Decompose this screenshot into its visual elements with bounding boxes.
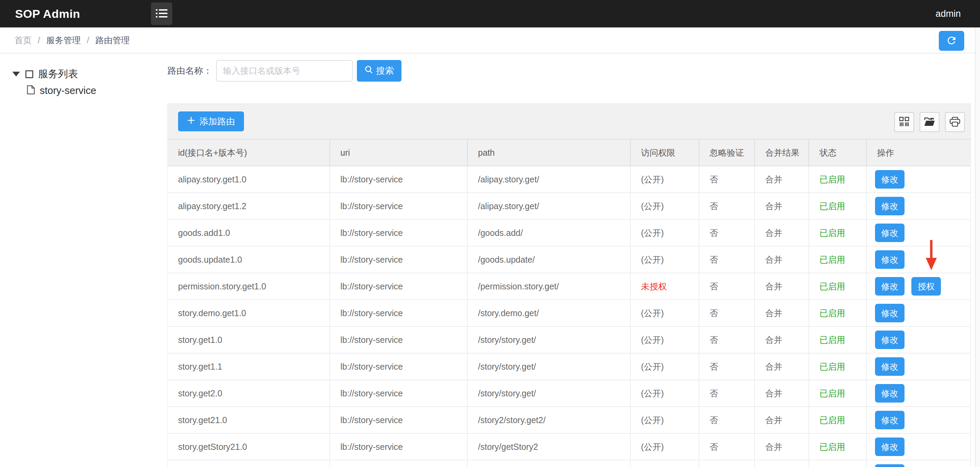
route-search-form: 路由名称： 搜索 bbox=[167, 60, 401, 82]
modify-button[interactable]: 修改 bbox=[875, 330, 905, 349]
cell-merge-result: 合并 bbox=[754, 326, 809, 353]
route-table: id(接口名+版本号) uri path 访问权限 忽略验证 合并结果 状态 操… bbox=[168, 139, 971, 467]
breadcrumb-item-route-mgmt[interactable]: 路由管理 bbox=[95, 35, 130, 46]
search-button[interactable]: 搜索 bbox=[357, 60, 401, 82]
cell-permission: (公开) bbox=[630, 246, 699, 273]
refresh-button[interactable] bbox=[939, 31, 964, 51]
breadcrumb-item-service-mgmt[interactable]: 服务管理 bbox=[46, 35, 81, 46]
print-icon bbox=[950, 117, 961, 128]
route-name-input[interactable] bbox=[216, 60, 353, 82]
cell-path: /alipay.story.get/ bbox=[467, 166, 630, 193]
breadcrumb-bar: 首页 / 服务管理 / 路由管理 bbox=[0, 27, 980, 54]
cell-uri: lb://story-service bbox=[330, 353, 467, 380]
table-row: 修改 bbox=[168, 460, 971, 467]
cell-id: goods.add1.0 bbox=[168, 219, 330, 246]
table-row: permission.story.get1.0lb://story-servic… bbox=[168, 273, 971, 300]
modify-button[interactable]: 修改 bbox=[875, 197, 905, 215]
cell-status: 已启用 bbox=[809, 300, 866, 326]
cell-id: story.get1.0 bbox=[168, 326, 330, 353]
col-header-merge-result: 合并结果 bbox=[754, 139, 809, 166]
cell-path: /story2/story.get2/ bbox=[467, 407, 630, 434]
top-bar: SOP Admin admin bbox=[0, 0, 980, 27]
folder-square-icon bbox=[25, 70, 33, 78]
table-row: story.get21.0lb://story-service/story2/s… bbox=[168, 407, 971, 434]
export-button[interactable] bbox=[920, 112, 940, 132]
cell-ignore-validate: 否 bbox=[699, 300, 754, 326]
table-toolbar: 添加路由 bbox=[168, 104, 970, 139]
cell-uri: lb://story-service bbox=[330, 434, 467, 460]
cell-status: 已启用 bbox=[809, 353, 866, 380]
table-row: story.demo.get1.0lb://story-service/stor… bbox=[168, 300, 971, 326]
cell-uri: lb://story-service bbox=[330, 326, 467, 353]
table-row: alipay.story.get1.0lb://story-service/al… bbox=[168, 166, 971, 193]
annotation-arrow bbox=[925, 240, 937, 272]
cell-path: /story/getStory2 bbox=[467, 434, 630, 460]
cell-status: 已启用 bbox=[809, 273, 866, 300]
breadcrumb-item-home[interactable]: 首页 bbox=[14, 35, 32, 46]
cell-actions: 修改 bbox=[866, 219, 971, 246]
cell-id: story.getStory21.0 bbox=[168, 434, 330, 460]
tree-node-story-service[interactable]: story-service bbox=[0, 82, 167, 99]
cell-id: alipay.story.get1.2 bbox=[168, 193, 330, 219]
user-menu[interactable]: admin bbox=[935, 0, 961, 27]
cell-merge-result: 合并 bbox=[754, 246, 809, 273]
cell-ignore-validate: 否 bbox=[699, 246, 754, 273]
cell-merge-result: 合并 bbox=[754, 353, 809, 380]
print-button[interactable] bbox=[945, 112, 965, 132]
cell-merge-result: 合并 bbox=[754, 407, 809, 434]
cell-path: /story.demo.get/ bbox=[467, 300, 630, 326]
cell-actions: 修改 bbox=[866, 193, 971, 219]
breadcrumb-separator: / bbox=[87, 35, 89, 45]
table-row: goods.add1.0lb://story-service/goods.add… bbox=[168, 219, 971, 246]
add-route-button[interactable]: 添加路由 bbox=[178, 111, 244, 131]
cell-ignore-validate: 否 bbox=[699, 219, 754, 246]
col-header-id: id(接口名+版本号) bbox=[168, 139, 330, 166]
page-scrollbar[interactable] bbox=[975, 27, 980, 467]
cell-permission: (公开) bbox=[630, 407, 699, 434]
breadcrumb-separator: / bbox=[38, 35, 40, 45]
cell-permission bbox=[630, 460, 699, 467]
cell-uri bbox=[330, 460, 467, 467]
tree-node-label: 服务列表 bbox=[38, 67, 78, 81]
table-row: goods.update1.0lb://story-service/goods.… bbox=[168, 246, 971, 273]
cell-actions: 修改 bbox=[866, 300, 971, 326]
authorize-button[interactable]: 授权 bbox=[912, 277, 941, 295]
modify-button[interactable]: 修改 bbox=[875, 384, 905, 402]
col-header-status: 状态 bbox=[809, 139, 866, 166]
cell-path: /permission.story.get/ bbox=[467, 273, 630, 300]
modify-button[interactable]: 修改 bbox=[875, 411, 905, 429]
cell-merge-result: 合并 bbox=[754, 219, 809, 246]
modify-button[interactable]: 修改 bbox=[875, 170, 905, 189]
cell-ignore-validate bbox=[699, 460, 754, 467]
col-header-permission: 访问权限 bbox=[630, 139, 699, 166]
refresh-icon bbox=[946, 35, 957, 47]
cell-uri: lb://story-service bbox=[330, 273, 467, 300]
cell-merge-result: 合并 bbox=[754, 193, 809, 219]
cell-permission: (公开) bbox=[630, 434, 699, 460]
columns-toggle-button[interactable] bbox=[894, 112, 914, 132]
cell-permission: (公开) bbox=[630, 219, 699, 246]
cell-ignore-validate: 否 bbox=[699, 434, 754, 460]
hamburger-list-icon bbox=[156, 8, 168, 20]
plus-icon bbox=[187, 116, 195, 127]
tree-node-service-list[interactable]: 服务列表 bbox=[0, 66, 167, 82]
cell-permission: (公开) bbox=[630, 166, 699, 193]
modify-button[interactable]: 修改 bbox=[875, 224, 905, 242]
modify-button[interactable]: 修改 bbox=[875, 304, 905, 322]
col-header-ignore-validate: 忽略验证 bbox=[699, 139, 754, 166]
cell-ignore-validate: 否 bbox=[699, 193, 754, 219]
cell-uri: lb://story-service bbox=[330, 407, 467, 434]
cell-merge-result: 合并 bbox=[754, 434, 809, 460]
modify-button[interactable]: 修改 bbox=[875, 464, 905, 467]
caret-down-icon[interactable] bbox=[12, 71, 20, 76]
cell-uri: lb://story-service bbox=[330, 246, 467, 273]
service-tree: 服务列表 story-service bbox=[0, 54, 167, 99]
modify-button[interactable]: 修改 bbox=[875, 277, 905, 295]
cell-ignore-validate: 否 bbox=[699, 353, 754, 380]
cell-id: goods.update1.0 bbox=[168, 246, 330, 273]
modify-button[interactable]: 修改 bbox=[875, 357, 905, 376]
cell-actions: 修改 bbox=[866, 407, 971, 434]
sidebar-toggle-button[interactable] bbox=[151, 2, 172, 25]
modify-button[interactable]: 修改 bbox=[875, 250, 905, 269]
modify-button[interactable]: 修改 bbox=[875, 437, 905, 456]
